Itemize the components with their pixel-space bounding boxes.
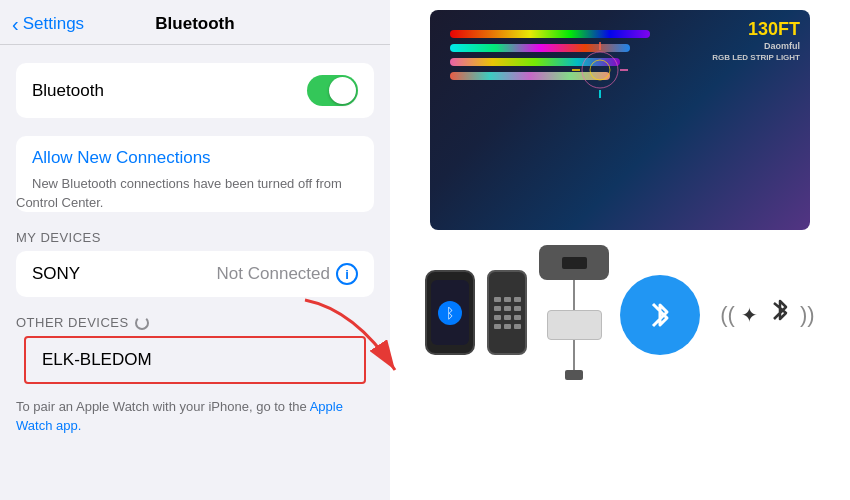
remote-btn-row-2 xyxy=(494,306,521,311)
remote-btn xyxy=(514,315,521,320)
remote-btn xyxy=(494,324,501,329)
highlighted-device-box: ELK-BLEDOM xyxy=(24,336,366,384)
remote-btn xyxy=(494,315,501,320)
allow-connections-title[interactable]: Allow New Connections xyxy=(16,136,374,174)
other-devices-section-label: OTHER DEVICES xyxy=(0,315,390,336)
remote-btn xyxy=(504,297,511,302)
adapter-box xyxy=(547,310,602,340)
remote-btn xyxy=(504,315,511,320)
device-name: SONY xyxy=(32,264,80,284)
back-chevron-icon: ‹ xyxy=(12,13,19,36)
phone-bt-circle: ᛒ xyxy=(438,301,462,325)
adapter-wire-2 xyxy=(573,340,575,370)
device-status: Not Connected i xyxy=(217,263,358,285)
remote-icon xyxy=(487,270,527,355)
led-strip-1 xyxy=(450,30,650,38)
remote-btn xyxy=(504,324,511,329)
adapter-plug xyxy=(565,370,583,380)
remote-btn xyxy=(494,297,501,302)
apple-watch-text: To pair an Apple Watch with your iPhone,… xyxy=(16,399,307,414)
ios-settings-panel: ‹ Settings Bluetooth Bluetooth Allow New… xyxy=(0,0,390,500)
svg-point-2 xyxy=(590,60,610,80)
svg-point-1 xyxy=(582,52,618,88)
bottom-accessories: ᛒ xyxy=(410,245,830,380)
bluetooth-circle-icon xyxy=(620,275,700,355)
right-panel: 130FT Daomful RGB LED STRIP LIGHT ᛒ xyxy=(390,0,850,500)
adapter-group xyxy=(539,245,609,380)
apple-watch-info: To pair an Apple Watch with your iPhone,… xyxy=(0,390,390,442)
my-devices-group: SONY Not Connected i xyxy=(16,251,374,297)
allow-connections-description: New Bluetooth connections have been turn… xyxy=(16,176,342,212)
product-image: 130FT Daomful RGB LED STRIP LIGHT xyxy=(430,10,810,230)
allow-connections-group: Allow New Connections New Bluetooth conn… xyxy=(16,136,374,212)
bluetooth-label: Bluetooth xyxy=(32,81,104,101)
center-bt-symbol: ✦ xyxy=(741,303,758,327)
product-brand: Daomful xyxy=(712,41,800,53)
phone-icon: ᛒ xyxy=(425,270,475,355)
table-row[interactable]: SONY Not Connected i xyxy=(16,251,374,297)
firework-svg xyxy=(570,40,630,100)
page-title: Bluetooth xyxy=(155,14,234,34)
remote-btn-row-3 xyxy=(494,315,521,320)
controller-screen xyxy=(562,257,587,269)
remote-btn xyxy=(504,306,511,311)
product-label: 130FT Daomful RGB LED STRIP LIGHT xyxy=(712,18,800,63)
info-icon[interactable]: i xyxy=(336,263,358,285)
back-button[interactable]: ‹ Settings xyxy=(12,13,84,36)
not-connected-label: Not Connected xyxy=(217,264,330,284)
remote-btn xyxy=(514,324,521,329)
navigation-header: ‹ Settings Bluetooth xyxy=(0,0,390,45)
bluetooth-toggle-group: Bluetooth xyxy=(16,63,374,118)
bluetooth-wave-icon: (( ✦ )) xyxy=(720,297,814,333)
product-footage: 130FT xyxy=(748,19,800,39)
left-wave-icon: (( xyxy=(720,302,735,328)
bluetooth-svg xyxy=(639,294,681,336)
bluetooth-toggle[interactable] xyxy=(307,75,358,106)
loading-spinner xyxy=(135,316,149,330)
right-wave-icon: )) xyxy=(800,302,815,328)
remote-btn-row-4 xyxy=(494,324,521,329)
bt-icons-row: (( ✦ )) xyxy=(620,275,814,355)
phone-screen: ᛒ xyxy=(431,280,469,345)
remote-btn xyxy=(494,306,501,311)
controller-icon xyxy=(539,245,609,280)
elk-bledom-wrapper: ELK-BLEDOM xyxy=(16,336,374,384)
elk-bledom-row[interactable]: ELK-BLEDOM xyxy=(26,338,364,382)
adapter-wire xyxy=(573,280,575,310)
settings-content: Bluetooth Allow New Connections New Blue… xyxy=(0,45,390,500)
my-devices-section-label: MY DEVICES xyxy=(0,230,390,251)
product-desc: RGB LED STRIP LIGHT xyxy=(712,53,800,63)
remote-btn-row-1 xyxy=(494,297,521,302)
remote-btn xyxy=(514,306,521,311)
bt-wave-bt-svg xyxy=(766,297,794,333)
accessories-row: ᛒ xyxy=(425,245,609,380)
remote-btn xyxy=(514,297,521,302)
led-strips-visual xyxy=(450,30,650,80)
bluetooth-row: Bluetooth xyxy=(16,63,374,118)
back-label: Settings xyxy=(23,14,84,34)
